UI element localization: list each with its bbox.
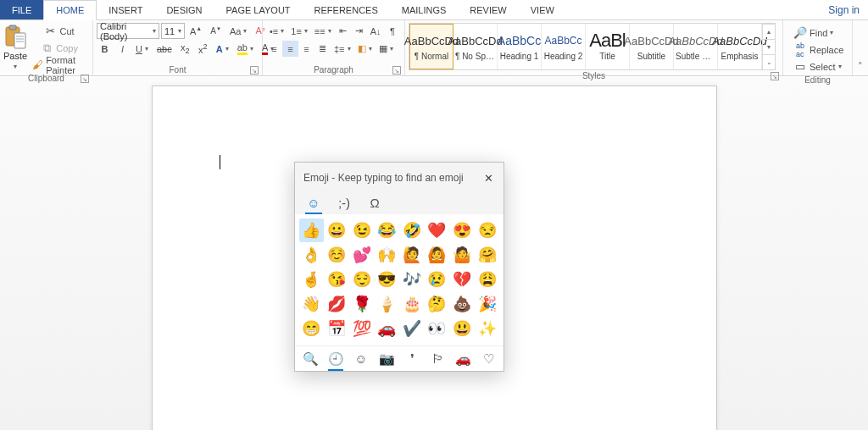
emoji-item[interactable]: 🤣 bbox=[400, 218, 425, 242]
emoji-item[interactable]: 😘 bbox=[325, 268, 349, 291]
emoji-category-0[interactable]: 🔍 bbox=[298, 347, 323, 371]
emoji-item[interactable]: 🤗 bbox=[475, 243, 499, 267]
clipboard-dialog-launcher[interactable]: ↘ bbox=[81, 75, 89, 83]
styles-gallery[interactable]: AaBbCcDd¶ NormalAaBbCcDd¶ No Spac...AaBb… bbox=[409, 23, 776, 70]
emoji-item[interactable]: 🎶 bbox=[400, 268, 425, 291]
emoji-item[interactable]: 🙌 bbox=[375, 243, 399, 267]
align-left-button[interactable]: ≡ bbox=[266, 41, 282, 57]
line-spacing-button[interactable]: ‡≡▾ bbox=[331, 41, 354, 57]
shrink-font-button[interactable]: A▼ bbox=[207, 23, 225, 39]
emoji-item[interactable]: 😎 bbox=[375, 268, 399, 291]
cut-button[interactable]: ✂Cut bbox=[29, 23, 89, 39]
gallery-scroll-2[interactable]: ⌄ bbox=[762, 54, 775, 69]
multilevel-button[interactable]: ≡≡▾ bbox=[311, 23, 335, 39]
bullets-button[interactable]: •≡▾ bbox=[266, 23, 287, 39]
font-dialog-launcher[interactable]: ↘ bbox=[250, 66, 259, 75]
tab-view[interactable]: VIEW bbox=[519, 0, 566, 19]
select-button[interactable]: ▭Select▾ bbox=[790, 58, 849, 75]
emoji-item[interactable]: 🤔 bbox=[425, 292, 449, 316]
grow-font-button[interactable]: A▲ bbox=[186, 23, 205, 39]
emoji-item[interactable]: 💩 bbox=[450, 292, 475, 316]
emoji-item[interactable]: 🙆 bbox=[425, 243, 449, 267]
style-heading-2[interactable]: AaBbCcHeading 2 bbox=[542, 24, 586, 69]
increase-indent-button[interactable]: ⇥ bbox=[351, 23, 367, 39]
emoji-item[interactable]: 🌹 bbox=[349, 292, 374, 316]
italic-button[interactable]: I bbox=[114, 41, 131, 57]
emoji-item[interactable]: 💕 bbox=[349, 243, 374, 267]
emoji-item[interactable]: 😃 bbox=[450, 317, 475, 340]
tab-file[interactable]: FILE bbox=[0, 0, 43, 19]
styles-dialog-launcher[interactable]: ↘ bbox=[771, 72, 779, 80]
underline-button[interactable]: U▾ bbox=[132, 41, 152, 57]
collapse-ribbon-button[interactable]: ˄ bbox=[853, 20, 868, 75]
emoji-item[interactable]: 💔 bbox=[450, 268, 475, 291]
emoji-item[interactable]: ✔️ bbox=[400, 317, 425, 340]
borders-button[interactable]: ▦▾ bbox=[376, 41, 397, 57]
emoji-item[interactable]: 👌 bbox=[299, 243, 324, 267]
justify-button[interactable]: ≣ bbox=[314, 41, 331, 57]
emoji-item[interactable]: 😉 bbox=[349, 218, 374, 242]
style-emphasis[interactable]: AaBbCcDdEmphasis bbox=[718, 24, 762, 69]
emoji-item[interactable]: 😒 bbox=[475, 218, 499, 242]
emoji-item[interactable]: ✨ bbox=[475, 317, 499, 340]
gallery-scroll-0[interactable]: ▴ bbox=[762, 24, 775, 39]
emoji-category-4[interactable]: ❜ bbox=[399, 347, 425, 371]
font-size-combo[interactable]: 11▾ bbox=[161, 23, 185, 39]
emoji-category-3[interactable]: 📷 bbox=[374, 347, 399, 371]
emoji-category-7[interactable]: ♡ bbox=[476, 347, 501, 371]
align-right-button[interactable]: ≡ bbox=[298, 41, 314, 57]
sign-in-link[interactable]: Sign in bbox=[820, 0, 868, 19]
tab-design[interactable]: DESIGN bbox=[154, 0, 214, 19]
numbering-button[interactable]: 1≡▾ bbox=[287, 23, 311, 39]
change-case-button[interactable]: Aa▾ bbox=[226, 23, 250, 39]
emoji-category-5[interactable]: 🏳 bbox=[425, 347, 450, 371]
format-painter-button[interactable]: 🖌Format Painter bbox=[29, 57, 89, 73]
emoji-tab-1[interactable]: ;-) bbox=[329, 191, 359, 214]
style--normal[interactable]: AaBbCcDd¶ Normal bbox=[409, 24, 453, 69]
replace-button[interactable]: abacReplace bbox=[790, 41, 849, 58]
emoji-item[interactable]: 🎉 bbox=[475, 292, 499, 316]
sort-button[interactable]: A↓ bbox=[367, 23, 385, 39]
strike-button[interactable]: abc bbox=[153, 41, 175, 57]
emoji-item[interactable]: 🚗 bbox=[375, 317, 399, 340]
emoji-item[interactable]: 👀 bbox=[425, 317, 449, 340]
tab-insert[interactable]: INSERT bbox=[97, 0, 154, 19]
emoji-item[interactable]: 😍 bbox=[450, 218, 475, 242]
tab-home[interactable]: HOME bbox=[43, 0, 97, 20]
emoji-tab-2[interactable]: Ω bbox=[359, 191, 390, 214]
emoji-category-1[interactable]: 🕘 bbox=[323, 347, 348, 371]
emoji-tab-0[interactable]: ☺ bbox=[298, 191, 329, 214]
decrease-indent-button[interactable]: ⇤ bbox=[335, 23, 351, 39]
emoji-item[interactable]: 👋 bbox=[299, 292, 324, 316]
emoji-category-6[interactable]: 🚗 bbox=[450, 347, 476, 371]
tab-review[interactable]: REVIEW bbox=[458, 0, 518, 19]
emoji-close-button[interactable]: ✕ bbox=[480, 169, 497, 186]
emoji-item[interactable]: 😀 bbox=[325, 218, 349, 242]
emoji-category-2[interactable]: ☺ bbox=[348, 347, 374, 371]
emoji-item[interactable]: 🎂 bbox=[400, 292, 425, 316]
show-marks-button[interactable]: ¶ bbox=[385, 23, 401, 39]
text-effects-button[interactable]: A▾ bbox=[213, 41, 232, 57]
paragraph-dialog-launcher[interactable]: ↘ bbox=[392, 66, 401, 75]
paste-button[interactable]: Paste ▾ bbox=[3, 23, 27, 72]
emoji-item[interactable]: 👍 bbox=[299, 218, 324, 242]
emoji-item[interactable]: 🤷 bbox=[450, 243, 475, 267]
highlight-button[interactable]: ab▾ bbox=[234, 41, 257, 57]
emoji-item[interactable]: 📅 bbox=[325, 317, 349, 340]
emoji-item[interactable]: 🍦 bbox=[375, 292, 399, 316]
find-button[interactable]: 🔎Find▾ bbox=[790, 25, 849, 41]
style--no-spac-[interactable]: AaBbCcDd¶ No Spac... bbox=[453, 24, 498, 69]
emoji-item[interactable]: 😌 bbox=[349, 268, 374, 291]
emoji-item[interactable]: 💋 bbox=[325, 292, 349, 316]
align-center-button[interactable]: ≡ bbox=[282, 41, 298, 57]
emoji-item[interactable]: 😁 bbox=[299, 317, 324, 340]
emoji-item[interactable]: ❤️ bbox=[425, 218, 449, 242]
emoji-item[interactable]: 😂 bbox=[375, 218, 399, 242]
copy-button[interactable]: ⧉Copy bbox=[29, 40, 89, 56]
bold-button[interactable]: B bbox=[97, 41, 113, 57]
shading-button[interactable]: ◧▾ bbox=[354, 41, 376, 57]
gallery-scroll-1[interactable]: ▾ bbox=[762, 39, 775, 54]
emoji-item[interactable]: 🙋 bbox=[400, 243, 425, 267]
style-title[interactable]: AaBlTitle bbox=[586, 24, 630, 69]
font-name-combo[interactable]: Calibri (Body)▾ bbox=[97, 23, 159, 39]
